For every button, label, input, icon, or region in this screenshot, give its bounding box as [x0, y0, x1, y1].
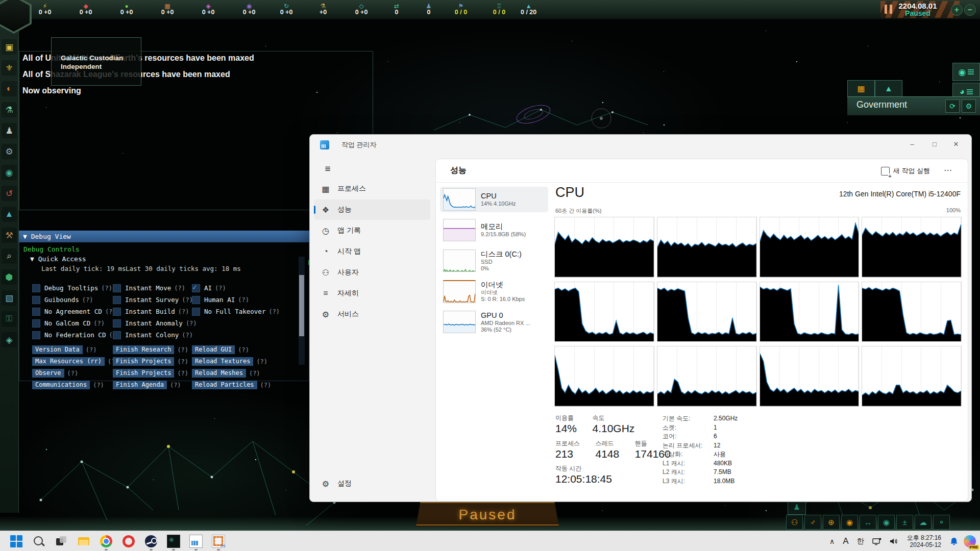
checkbox[interactable]: ✓	[113, 296, 121, 304]
help-hint[interactable]: (?)	[101, 285, 112, 292]
debug-action-button[interactable]: Reload Textures	[192, 357, 253, 366]
checkbox[interactable]: ✓	[192, 308, 200, 316]
sidebar-tool-icon[interactable]: ▧	[2, 290, 17, 306]
taskbar-app-button[interactable]	[72, 531, 95, 551]
debug-action-button[interactable]: Version Data	[32, 345, 83, 354]
help-hint[interactable]: (?)	[268, 308, 280, 315]
tab-fleet[interactable]: ▲	[875, 80, 902, 97]
resource-counter[interactable]: ▦ 0 +0	[147, 0, 188, 19]
clock[interactable]: 오후 8:27:16 2024-05-12	[904, 534, 944, 548]
speed-down-button[interactable]: −	[964, 4, 976, 16]
help-hint[interactable]: (?)	[238, 296, 249, 304]
debug-action-button[interactable]: Reload Meshes	[192, 369, 246, 378]
resource-counter[interactable]: ◉ 0 +0	[229, 0, 270, 19]
nav-item-settings[interactable]: ⚙ 설정	[314, 473, 430, 494]
speed-up-button[interactable]: +	[951, 4, 963, 16]
debug-action-button[interactable]: Reload Particles	[192, 381, 257, 389]
taskbar-app-button[interactable]	[117, 531, 140, 551]
show-hidden-icons-button[interactable]: ∧	[826, 533, 838, 549]
more-options-button[interactable]: ⋯	[940, 164, 955, 178]
debug-checkbox-row[interactable]: ✓ No Agreement CD (?)	[32, 308, 120, 315]
debug-checkbox-row[interactable]: ✓ Instant Build (?)	[113, 308, 197, 315]
network-icon[interactable]	[869, 533, 885, 549]
resource-counter[interactable]: ▲ 0 / 20	[521, 0, 536, 19]
debug-action-button[interactable]: Communications	[32, 381, 90, 389]
performance-device-item[interactable]: 메모리 9.2/15.8GB (58%)	[440, 217, 548, 243]
debug-view-header[interactable]: ▼ Debug View	[19, 231, 309, 242]
debug-checkbox-row[interactable]: ✓ Instant Anomaly (?)	[113, 319, 197, 327]
nav-item[interactable]: ⚙ 서비스	[314, 304, 430, 324]
help-hint[interactable]: (?)	[177, 370, 188, 377]
help-hint[interactable]: (?)	[86, 346, 97, 354]
help-hint[interactable]: (?)	[82, 296, 93, 304]
nav-item[interactable]: ≡ 자세히	[314, 283, 430, 304]
sidebar-tool-icon[interactable]: ▲	[2, 207, 17, 222]
debug-checkbox-row[interactable]: ✓ Instant Survey (?)	[113, 296, 197, 304]
nav-item[interactable]: ◷ 앱 기록	[314, 220, 430, 241]
nav-item[interactable]: ◔ 시작 앱	[314, 241, 430, 262]
leader-map-button[interactable]: ♟	[788, 500, 806, 515]
help-hint[interactable]: (?)	[93, 382, 104, 389]
sidebar-tool-icon[interactable]: ◈	[2, 332, 17, 347]
debug-action-button[interactable]: Finish Projects	[113, 369, 174, 378]
sidebar-tool-icon[interactable]: ⌕	[2, 248, 17, 264]
volume-icon[interactable]	[887, 533, 902, 549]
sidebar-tool-icon[interactable]: ◉	[2, 165, 17, 180]
window-titlebar[interactable]: 작업 관리자 – □ ✕	[310, 135, 971, 154]
help-hint[interactable]: (?)	[177, 346, 188, 354]
debug-action-button[interactable]: Finish Research	[113, 345, 174, 354]
debug-checkbox-row[interactable]: ✓ Instant Move (?)	[113, 284, 197, 292]
map-mode-button[interactable]: ◉	[841, 515, 858, 530]
debug-checkbox-row[interactable]: ✓ Debug Tooltips (?)	[32, 284, 120, 292]
ime-latin-indicator[interactable]: A	[840, 533, 851, 549]
government-panel-header[interactable]: Government ⟳ ⚙	[847, 96, 980, 115]
map-mode-button[interactable]: ↔	[860, 515, 876, 530]
taskbar-app-button[interactable]	[207, 531, 230, 551]
debug-checkbox-row[interactable]: ✓ No Federation CD (?)	[32, 331, 120, 339]
sidebar-tool-icon[interactable]: ▣	[2, 39, 17, 55]
help-hint[interactable]: (?)	[177, 358, 188, 365]
hamburger-menu-icon[interactable]: ≡	[319, 161, 336, 177]
map-mode-button[interactable]: ±	[896, 515, 913, 530]
debug-checkbox-row[interactable]: ✓ No GalCom CD (?)	[32, 319, 120, 327]
resource-counter[interactable]: ⇄ 0	[380, 0, 413, 19]
close-button[interactable]: ✕	[946, 138, 966, 151]
map-mode-button[interactable]: ◉	[878, 515, 895, 530]
sidebar-tool-icon[interactable]: ⚙	[2, 144, 17, 159]
sidebar-tool-icon[interactable]: ⚗	[2, 102, 17, 117]
gear-icon[interactable]: ⚙	[962, 99, 976, 113]
performance-device-item[interactable]: 이더넷 이더넷 S: 0 R: 16.0 Kbps	[440, 279, 548, 304]
help-hint[interactable]: (?)	[215, 285, 226, 292]
checkbox[interactable]: ✓	[192, 284, 200, 292]
debug-checkbox-row[interactable]: ✓ Human AI (?)	[192, 296, 280, 304]
resource-counter[interactable]: ⚑ 0 / 0	[444, 0, 478, 19]
sidebar-tool-icon[interactable]: ♟	[2, 123, 17, 138]
performance-device-item[interactable]: 디스크 0(C:) SSD 0%	[440, 248, 548, 273]
resource-counter[interactable]: ◈ 0 +0	[188, 0, 229, 19]
taskbar-app-button[interactable]	[50, 531, 72, 551]
map-mode-button[interactable]: ♂	[804, 515, 821, 530]
performance-device-item[interactable]: GPU 0 AMD Radeon RX ... 36% (52 °C)	[440, 309, 548, 335]
help-hint[interactable]: (?)	[182, 296, 193, 304]
checkbox[interactable]: ✓	[192, 296, 200, 304]
debug-checkbox-row[interactable]: ✓ AI (?)	[192, 284, 280, 292]
help-hint[interactable]: (?)	[238, 346, 249, 354]
scrollbar-thumb[interactable]	[299, 275, 304, 336]
checkbox[interactable]: ✓	[113, 331, 121, 339]
checkbox[interactable]: ✓	[32, 308, 40, 316]
help-hint[interactable]: (?)	[93, 320, 105, 327]
resource-counter[interactable]: ♟ 0	[413, 0, 444, 19]
map-mode-button[interactable]: ⚇	[786, 515, 803, 530]
resource-counter[interactable]: ↻ 0 +0	[270, 0, 303, 19]
help-hint[interactable]: (?)	[249, 370, 260, 377]
quick-access-group[interactable]: ▼ Quick Access	[30, 255, 86, 263]
taskbar-app-button[interactable]	[5, 531, 28, 551]
sidebar-tool-icon[interactable]: ⚜	[2, 60, 17, 76]
help-hint[interactable]: (?)	[186, 320, 197, 327]
nav-item[interactable]: ▦ 프로세스	[314, 179, 430, 199]
copilot-icon[interactable]: PRE	[964, 535, 976, 547]
resource-counter[interactable]: ● 0 +0	[106, 0, 147, 19]
performance-device-item[interactable]: CPU 14% 4.10GHz	[440, 187, 548, 212]
taskbar-app-button[interactable]	[162, 531, 185, 551]
taskbar-app-button[interactable]	[185, 531, 207, 551]
